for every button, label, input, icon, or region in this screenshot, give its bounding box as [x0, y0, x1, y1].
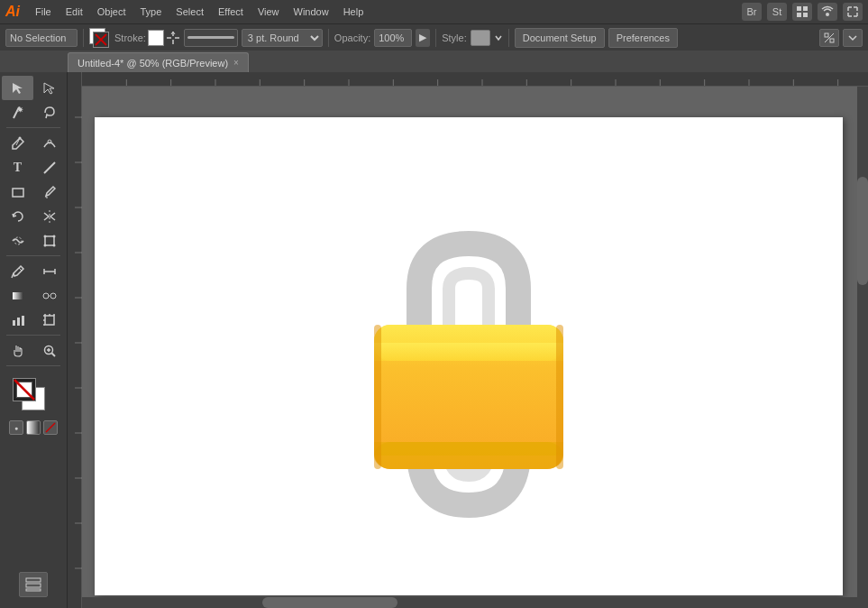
svg-line-23 — [19, 268, 22, 271]
document-tab[interactable]: Untitled-4* @ 50% (RGB/Preview) × — [68, 52, 249, 72]
measure-tool-btn[interactable] — [33, 259, 65, 283]
arrange-icon-btn[interactable] — [819, 29, 839, 47]
column-graph-icon — [11, 313, 25, 327]
layers-icon — [24, 576, 42, 593]
menu-edit[interactable]: Edit — [59, 5, 89, 19]
stroke-type-select[interactable]: 3 pt. Round 1 pt. 2 pt. 4 pt. — [242, 29, 323, 47]
svg-point-22 — [52, 244, 55, 246]
tab-close-btn[interactable]: × — [233, 58, 239, 68]
stock-icon-btn[interactable]: St — [767, 3, 787, 21]
warp-icon — [11, 234, 25, 248]
menu-effect[interactable]: Effect — [212, 5, 250, 19]
more-icon — [847, 32, 858, 43]
tool-sep-3 — [6, 335, 60, 336]
svg-point-21 — [43, 244, 46, 246]
app-logo: Ai — [5, 4, 20, 20]
selection-display[interactable] — [5, 29, 78, 47]
warp-tool-btn[interactable] — [2, 228, 33, 253]
menu-object[interactable]: Object — [91, 5, 132, 19]
menu-file[interactable]: File — [29, 5, 58, 19]
color-mode-btn[interactable]: ● — [9, 420, 23, 435]
selection-tools-group — [0, 76, 67, 100]
svg-rect-82 — [374, 325, 381, 469]
divider-1 — [83, 29, 84, 47]
pen-tool-btn[interactable] — [2, 131, 33, 155]
stroke-color-swatch[interactable] — [148, 30, 164, 46]
menu-bar-right: Br St — [742, 3, 863, 21]
divider-3 — [435, 29, 436, 47]
svg-point-20 — [52, 235, 55, 237]
fill-color-swatch[interactable] — [89, 28, 109, 48]
rectangle-icon — [11, 185, 25, 199]
rotate-tool-btn[interactable] — [2, 204, 33, 228]
lasso-tool-btn[interactable] — [33, 100, 65, 124]
selection-tool-btn[interactable] — [2, 76, 33, 100]
bridge-icon-btn[interactable]: Br — [742, 3, 762, 21]
rectangle-tool-btn[interactable] — [2, 180, 33, 204]
free-transform-tool-btn[interactable] — [33, 228, 65, 253]
blend-tool-btn[interactable] — [33, 283, 65, 308]
scrollbar-vertical[interactable] — [857, 87, 868, 597]
tool-sep-2 — [6, 255, 60, 256]
svg-rect-3 — [803, 13, 808, 17]
svg-line-14 — [44, 162, 55, 173]
style-label: Style: — [442, 32, 467, 43]
workspace-grid-icon-btn[interactable] — [792, 3, 812, 21]
main-layout: T — [0, 72, 868, 608]
color-mode-row: ● — [9, 420, 58, 435]
scrollbar-v-thumb[interactable] — [857, 177, 868, 285]
foreground-color-swatch[interactable] — [13, 378, 36, 401]
expand-icon-btn[interactable] — [843, 3, 863, 21]
zoom-tool-btn[interactable] — [33, 338, 65, 363]
opacity-expand-btn[interactable]: ▶ — [416, 29, 430, 47]
gradient-tool-btn[interactable] — [2, 283, 33, 308]
line-segment-icon — [42, 161, 57, 175]
broadcast-icon-btn[interactable] — [818, 3, 837, 21]
rotate-icon — [11, 209, 25, 224]
style-dropdown-icon[interactable] — [494, 31, 503, 45]
svg-rect-7 — [825, 33, 828, 37]
menu-help[interactable]: Help — [337, 5, 370, 19]
divider-4 — [508, 29, 509, 47]
menu-select[interactable]: Select — [169, 5, 210, 19]
fill-slash-icon — [95, 33, 107, 46]
column-graph-tool-btn[interactable] — [2, 308, 33, 332]
svg-rect-33 — [45, 316, 54, 325]
magic-wand-tool-btn[interactable] — [2, 100, 33, 124]
more-options-btn[interactable] — [843, 29, 863, 47]
menu-type[interactable]: Type — [134, 5, 169, 19]
gradient-mode-btn[interactable] — [26, 420, 41, 435]
scrollbar-h-thumb[interactable] — [262, 597, 397, 608]
artwork-svg — [95, 117, 843, 595]
artboard-tool-btn[interactable] — [33, 308, 65, 332]
layers-panel-btn[interactable] — [19, 572, 48, 597]
none-mode-btn[interactable] — [43, 420, 58, 435]
stroke-preview-box[interactable] — [184, 29, 238, 47]
hand-zoom-group — [0, 338, 67, 363]
document-setup-button[interactable]: Document Setup — [515, 28, 605, 48]
svg-rect-27 — [13, 292, 23, 299]
opacity-input[interactable] — [374, 29, 412, 47]
eyedropper-group — [0, 259, 67, 283]
pen-icon — [11, 136, 25, 151]
hand-tool-btn[interactable] — [2, 338, 33, 363]
ruler-left — [68, 72, 82, 608]
reflect-tool-btn[interactable] — [33, 204, 65, 228]
eyedropper-tool-btn[interactable] — [2, 259, 33, 283]
svg-rect-15 — [13, 189, 23, 197]
menu-view[interactable]: View — [251, 5, 286, 19]
paintbrush-tool-btn[interactable] — [33, 180, 65, 204]
line-segment-tool-btn[interactable] — [33, 155, 65, 180]
style-swatch[interactable] — [471, 30, 490, 46]
direct-selection-tool-btn[interactable] — [33, 76, 65, 100]
preferences-button[interactable]: Preferences — [608, 28, 678, 48]
left-toolbar: T — [0, 72, 68, 608]
menu-window[interactable]: Window — [288, 5, 335, 19]
scrollbar-horizontal[interactable] — [82, 597, 868, 608]
menu-bar: Ai File Edit Object Type Select Effect V… — [0, 0, 868, 23]
type-tool-btn[interactable]: T — [2, 155, 33, 180]
warp-group — [0, 228, 67, 253]
broadcast-icon — [821, 5, 834, 18]
svg-rect-18 — [45, 236, 54, 245]
curvature-tool-btn[interactable] — [33, 131, 65, 155]
